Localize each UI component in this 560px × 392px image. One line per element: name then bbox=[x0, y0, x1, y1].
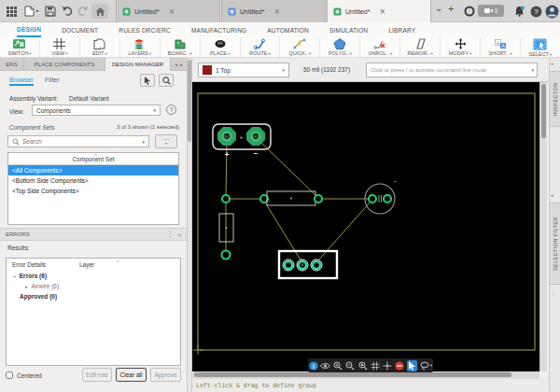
crosshair-button[interactable] bbox=[382, 360, 392, 371]
sync-status-icon[interactable] bbox=[462, 4, 477, 19]
more-options-button[interactable]: ⋯ ▾ bbox=[155, 134, 177, 148]
header-pad-1[interactable] bbox=[283, 259, 294, 271]
menu-item-document[interactable]: DOCUMENT bbox=[62, 22, 98, 37]
select-mode-button[interactable] bbox=[407, 360, 417, 371]
visibility-button[interactable] bbox=[320, 360, 330, 371]
tool-view[interactable]: VIEW bbox=[40, 37, 80, 57]
menu-item-design[interactable]: DESIGN bbox=[17, 22, 41, 37]
subtab-filter[interactable]: Filter bbox=[45, 77, 60, 83]
errors-section-header[interactable]: ERRORS ⋮ « bbox=[0, 228, 187, 241]
tool-edit[interactable]: EDIT bbox=[80, 37, 120, 57]
save-icon[interactable] bbox=[43, 4, 58, 19]
tool-switch[interactable]: SWITCH bbox=[0, 37, 40, 57]
panel-tab-place-components[interactable]: PLACE COMPONENTS bbox=[24, 58, 105, 71]
centered-checkbox[interactable] bbox=[6, 371, 13, 379]
more-panels-icon[interactable]: ⋮ bbox=[551, 289, 556, 296]
live-update-badge[interactable]: 1 bbox=[478, 5, 504, 17]
remove-button[interactable] bbox=[395, 360, 405, 371]
error-tree-airwire[interactable]: ▸ Airwire (6) bbox=[7, 281, 180, 291]
approve-button[interactable]: Approve bbox=[150, 368, 181, 382]
scrollbar-thumb[interactable] bbox=[541, 84, 546, 138]
home-icon[interactable] bbox=[91, 4, 108, 19]
led-pad-anode[interactable] bbox=[369, 195, 376, 203]
document-tab-3-active[interactable]: Untitled* ✕ bbox=[327, 0, 431, 22]
info-button[interactable]: i bbox=[308, 360, 318, 371]
header-pad-3[interactable] bbox=[311, 259, 322, 271]
menu-item-rules[interactable]: RULES DRC/ERC bbox=[119, 22, 171, 37]
tool-quick-route[interactable]: QUICK.. bbox=[280, 37, 320, 57]
document-tab-2[interactable]: Untitled* ✕ bbox=[221, 0, 326, 22]
component-set-column-header[interactable]: Component Set ˄ bbox=[8, 153, 178, 165]
diode-pad[interactable] bbox=[222, 251, 231, 259]
clear-all-button[interactable]: Clear all bbox=[116, 368, 147, 382]
header-pad-2[interactable] bbox=[297, 259, 308, 271]
canvas-vertical-scrollbar[interactable] bbox=[539, 82, 547, 371]
pcb-canvas[interactable]: PWR+1 PWR-1 + + − + bbox=[192, 82, 539, 371]
power-terminal-component[interactable]: PWR+1 PWR-1 + + − bbox=[213, 124, 271, 159]
zoom-fit-button[interactable] bbox=[357, 360, 368, 371]
error-tree-approved[interactable]: Approved (0) bbox=[7, 291, 180, 301]
tool-place[interactable]: PLACE bbox=[201, 37, 241, 57]
column-error-details[interactable]: Error Details bbox=[7, 261, 79, 268]
redo-icon[interactable] bbox=[75, 4, 90, 19]
lasso-select-button[interactable]: ▾ bbox=[419, 360, 433, 371]
tool-rework[interactable]: REWOR.. bbox=[400, 37, 441, 57]
close-icon[interactable]: ✕ bbox=[379, 7, 385, 16]
panel-tab-design-manager[interactable]: DESIGN MANAGER bbox=[105, 58, 171, 71]
pin-header-component-selected[interactable] bbox=[279, 251, 337, 278]
led-component[interactable]: + bbox=[365, 178, 397, 214]
help-icon[interactable]: ? bbox=[528, 4, 543, 19]
close-icon[interactable]: ✕ bbox=[273, 7, 280, 16]
view-select[interactable]: Components ▾ bbox=[32, 105, 161, 116]
menu-item-manufacturing[interactable]: MANUFACTURING bbox=[191, 22, 246, 37]
zoom-out-button[interactable] bbox=[345, 360, 356, 371]
scrollbar-thumb[interactable] bbox=[194, 372, 511, 377]
column-layer[interactable]: Layer bbox=[79, 261, 94, 268]
centered-checkbox-label[interactable]: Centered bbox=[6, 371, 42, 379]
resistor-pad-right[interactable] bbox=[315, 195, 322, 203]
undo-icon[interactable] bbox=[60, 4, 75, 19]
tab-scroll-left-icon[interactable]: ◂ bbox=[175, 62, 177, 67]
menu-item-automation[interactable]: AUTOMATION bbox=[267, 22, 309, 37]
canvas-horizontal-scrollbar[interactable] bbox=[192, 371, 539, 379]
tool-select[interactable]: SELECT bbox=[521, 37, 560, 57]
tab-scroll-right-icon[interactable]: ▸ bbox=[180, 62, 183, 67]
command-line[interactable]: ▾ bbox=[366, 63, 538, 77]
scrollbar-thumb[interactable] bbox=[188, 60, 191, 142]
led-pad-cathode[interactable] bbox=[384, 195, 391, 203]
subtab-browser[interactable]: Browser bbox=[9, 77, 34, 86]
tool-unroute[interactable]: UNROL.. bbox=[360, 37, 400, 57]
expand-inspector-icon[interactable]: « bbox=[551, 61, 553, 66]
layer-select[interactable]: 1 Top ▾ bbox=[198, 63, 289, 77]
app-grid-icon[interactable] bbox=[4, 4, 19, 19]
new-file-icon[interactable] bbox=[22, 4, 41, 19]
search-box[interactable]: ▾ bbox=[7, 135, 149, 147]
view-help-icon[interactable]: ? bbox=[166, 105, 176, 115]
component-set-row-all[interactable]: <All Components> bbox=[8, 165, 178, 175]
new-tab-plus-icon[interactable]: + bbox=[448, 3, 454, 14]
close-icon[interactable]: ✕ bbox=[168, 7, 175, 16]
expand-selection-filter-icon[interactable]: « bbox=[551, 192, 553, 198]
resistor-component[interactable] bbox=[260, 191, 322, 205]
kebab-menu-icon[interactable]: ⋮ bbox=[167, 231, 174, 238]
tool-board[interactable]: BOARC.. bbox=[161, 37, 201, 57]
document-tab-1[interactable]: Untitled* ✕ bbox=[116, 0, 220, 22]
edit-rule-button[interactable]: Edit rule bbox=[82, 368, 112, 382]
zoom-select-button[interactable] bbox=[159, 74, 174, 87]
tool-polygon[interactable]: POLYG.. bbox=[320, 37, 360, 57]
tool-route[interactable]: ROUTE bbox=[241, 37, 281, 57]
zoom-in-button[interactable] bbox=[332, 360, 343, 371]
menu-item-simulation[interactable]: SIMULATION bbox=[329, 22, 368, 37]
grid-settings-button[interactable] bbox=[370, 360, 380, 371]
search-input[interactable] bbox=[22, 138, 139, 145]
airwires[interactable] bbox=[226, 141, 371, 261]
component-set-row-top[interactable]: <Top Side Components> bbox=[8, 186, 178, 196]
tool-modify[interactable]: MODIFY bbox=[441, 37, 481, 57]
component-set-row-bottom[interactable]: <Bottom Side Components> bbox=[8, 175, 178, 186]
tool-layers[interactable]: LAYERS bbox=[120, 37, 161, 57]
tool-shortcuts[interactable]: +A SHORT.. bbox=[481, 37, 521, 57]
tab-overflow-chevron-icon[interactable]: ⌄ bbox=[435, 3, 442, 13]
selection-filter-tab[interactable]: SELECTION FILTER bbox=[550, 203, 560, 285]
pick-select-button[interactable] bbox=[140, 74, 155, 87]
menu-item-library[interactable]: LIBRARY bbox=[388, 22, 415, 37]
